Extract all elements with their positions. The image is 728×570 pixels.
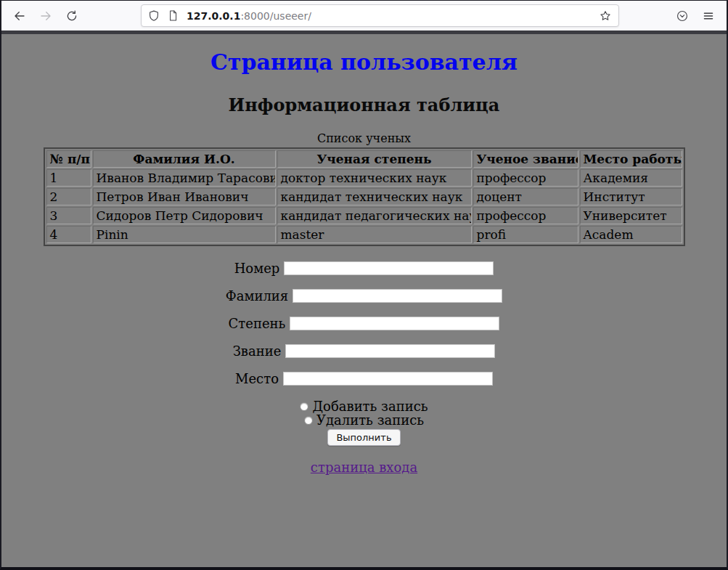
form-row-surname: Фамилия [1,289,727,303]
radio-delete-record[interactable]: Удалить запись [1,413,727,427]
forward-button[interactable] [35,5,57,27]
col-header-degree: Ученая степень [277,150,472,168]
radio-add-record[interactable]: Добавить запись [1,399,727,413]
table-row: 1 Иванов Владимир Тарасович доктор техни… [46,169,682,187]
surname-input[interactable] [293,289,502,303]
cell-number: 4 [46,226,91,243]
cell-place: Академия [580,169,682,187]
degree-input[interactable] [290,317,499,330]
table-header-row: № п/п Фамилия И.О. Ученая степень Ученое… [46,150,682,168]
url-text[interactable]: 127.0.0.1:8000/useeer/ [187,10,598,22]
table-row: 4 Pinin master profi Academ [46,226,682,243]
col-header-place: Место работы [580,150,682,168]
cell-place: Academ [580,226,682,243]
back-icon [13,9,26,23]
bookmark-star-icon [599,9,612,23]
cell-rank: профессор [473,169,578,187]
col-header-surname: Фамилия И.О. [93,150,276,168]
page-subtitle: Информационная таблица [1,94,727,115]
login-page-link[interactable]: страница входа [311,460,417,475]
place-input[interactable] [283,372,493,386]
number-input[interactable] [284,261,494,275]
url-host: 127.0.0.1 [187,10,240,22]
cell-degree: кандидат технических наук [277,188,472,205]
bookmark-button[interactable] [598,9,613,23]
login-link-row: страница входа [1,460,727,475]
radio-delete-label: Удалить запись [316,412,424,428]
page-info-icon[interactable] [167,9,180,23]
cell-surname: Иванов Владимир Тарасович [93,169,276,187]
degree-label: Степень [229,316,286,331]
form-row-place: Место [1,372,727,386]
pocket-button[interactable] [671,5,693,27]
page-content: Страница пользователя Информационная таб… [1,34,727,567]
cell-degree: кандидат педагогических наук [277,207,472,224]
rank-label: Звание [233,343,282,359]
shield-icon[interactable] [147,9,160,23]
cell-rank: профессор [473,207,578,224]
forward-icon [39,9,52,23]
radio-add-label: Добавить запись [312,399,428,414]
col-header-number: № п/п [46,150,91,168]
number-label: Номер [234,261,280,276]
url-path: :8000/useeer/ [240,10,311,22]
rank-input[interactable] [285,344,495,358]
page-title: Страница пользователя [1,49,727,75]
place-label: Место [235,371,279,386]
scientists-table: № п/п Фамилия И.О. Ученая степень Ученое… [44,147,685,246]
cell-rank: доцент [473,188,578,205]
surname-label: Фамилия [226,288,288,304]
cell-number: 1 [46,169,91,187]
record-form: Номер Фамилия Степень Звание Место [1,261,727,446]
radio-add-icon[interactable] [300,402,308,411]
reload-icon [65,9,78,23]
reload-button[interactable] [61,5,83,27]
table-row: 3 Сидоров Петр Сидорович кандидат педаго… [46,207,682,224]
cell-surname: Петров Иван Иванович [93,188,276,205]
browser-window: 127.0.0.1:8000/useeer/ Страница пользова… [0,0,728,570]
execute-button[interactable]: Выполнить [327,429,400,446]
menu-icon [702,9,715,23]
cell-place: Институт [580,188,682,205]
table-row: 2 Петров Иван Иванович кандидат техничес… [46,188,682,205]
cell-place: Университет [580,207,682,224]
pocket-icon [676,9,689,23]
form-row-degree: Степень [1,317,727,330]
cell-surname: Сидоров Петр Сидорович [93,207,276,224]
radio-delete-icon[interactable] [304,416,313,425]
cell-surname: Pinin [93,226,276,243]
browser-toolbar: 127.0.0.1:8000/useeer/ [1,1,727,30]
url-bar[interactable]: 127.0.0.1:8000/useeer/ [141,4,619,27]
form-row-rank: Звание [1,344,727,358]
cell-number: 3 [46,207,91,224]
cell-rank: profi [473,226,578,243]
menu-button[interactable] [698,5,719,27]
col-header-rank: Ученое звание [473,150,578,168]
back-button[interactable] [9,5,30,27]
form-row-number: Номер [1,261,727,275]
table-caption: Список ученых [1,131,727,145]
cell-degree: master [277,226,472,243]
cell-degree: доктор технических наук [277,169,472,187]
submit-row: Выполнить [1,429,727,446]
cell-number: 2 [46,188,91,205]
